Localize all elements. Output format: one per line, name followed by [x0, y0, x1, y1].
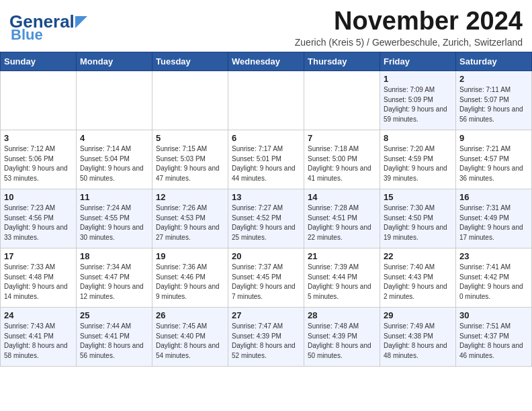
day-info: Sunrise: 7:47 AMSunset: 4:39 PMDaylight:…	[232, 322, 300, 361]
table-row: 23Sunrise: 7:41 AMSunset: 4:42 PMDayligh…	[456, 248, 532, 308]
day-number: 21	[308, 251, 376, 261]
table-row: 1Sunrise: 7:09 AMSunset: 5:09 PMDaylight…	[380, 71, 456, 130]
day-info: Sunrise: 7:49 AMSunset: 4:38 PMDaylight:…	[384, 322, 452, 361]
header-thursday: Thursday	[304, 52, 380, 71]
table-row: 29Sunrise: 7:49 AMSunset: 4:38 PMDayligh…	[380, 308, 456, 367]
table-row: 21Sunrise: 7:39 AMSunset: 4:44 PMDayligh…	[304, 248, 380, 308]
day-number: 2	[459, 74, 528, 84]
day-info: Sunrise: 7:45 AMSunset: 4:40 PMDaylight:…	[156, 322, 224, 361]
day-info: Sunrise: 7:34 AMSunset: 4:47 PMDaylight:…	[80, 263, 148, 302]
table-row: 25Sunrise: 7:44 AMSunset: 4:41 PMDayligh…	[77, 308, 152, 367]
day-info: Sunrise: 7:11 AMSunset: 5:07 PMDaylight:…	[459, 85, 528, 124]
table-row: 14Sunrise: 7:28 AMSunset: 4:51 PMDayligh…	[304, 189, 380, 248]
table-row: 7Sunrise: 7:18 AMSunset: 5:00 PMDaylight…	[304, 130, 380, 189]
day-info: Sunrise: 7:23 AMSunset: 4:56 PMDaylight:…	[4, 203, 73, 242]
day-number: 12	[156, 192, 224, 202]
day-number: 13	[232, 192, 300, 202]
day-number: 5	[156, 133, 224, 143]
table-row	[304, 71, 380, 130]
day-number: 4	[80, 133, 148, 143]
calendar-week-row: 24Sunrise: 7:43 AMSunset: 4:41 PMDayligh…	[1, 308, 532, 367]
table-row: 15Sunrise: 7:30 AMSunset: 4:50 PMDayligh…	[380, 189, 456, 248]
day-info: Sunrise: 7:48 AMSunset: 4:39 PMDaylight:…	[308, 322, 376, 361]
table-row: 4Sunrise: 7:14 AMSunset: 5:04 PMDaylight…	[77, 130, 152, 189]
svg-marker-0	[75, 16, 87, 28]
day-number: 1	[384, 74, 452, 84]
day-info: Sunrise: 7:09 AMSunset: 5:09 PMDaylight:…	[384, 85, 452, 124]
day-info: Sunrise: 7:17 AMSunset: 5:01 PMDaylight:…	[232, 144, 300, 183]
table-row: 28Sunrise: 7:48 AMSunset: 4:39 PMDayligh…	[304, 308, 380, 367]
table-row: 11Sunrise: 7:24 AMSunset: 4:55 PMDayligh…	[77, 189, 152, 248]
day-info: Sunrise: 7:26 AMSunset: 4:53 PMDaylight:…	[156, 203, 224, 242]
day-number: 24	[4, 310, 73, 320]
day-info: Sunrise: 7:15 AMSunset: 5:03 PMDaylight:…	[156, 144, 224, 183]
calendar-week-row: 1Sunrise: 7:09 AMSunset: 5:09 PMDaylight…	[1, 71, 532, 130]
day-info: Sunrise: 7:21 AMSunset: 4:57 PMDaylight:…	[459, 144, 528, 183]
table-row: 24Sunrise: 7:43 AMSunset: 4:41 PMDayligh…	[1, 308, 77, 367]
day-info: Sunrise: 7:39 AMSunset: 4:44 PMDaylight:…	[308, 263, 376, 302]
day-number: 14	[308, 192, 376, 202]
header-monday: Monday	[77, 52, 152, 71]
calendar-week-row: 10Sunrise: 7:23 AMSunset: 4:56 PMDayligh…	[1, 189, 532, 248]
day-info: Sunrise: 7:37 AMSunset: 4:45 PMDaylight:…	[232, 263, 300, 302]
day-info: Sunrise: 7:31 AMSunset: 4:49 PMDaylight:…	[459, 203, 528, 242]
table-row: 27Sunrise: 7:47 AMSunset: 4:39 PMDayligh…	[228, 308, 304, 367]
table-row: 10Sunrise: 7:23 AMSunset: 4:56 PMDayligh…	[1, 189, 77, 248]
logo-flag-icon	[75, 16, 87, 28]
day-number: 27	[232, 310, 300, 320]
table-row: 16Sunrise: 7:31 AMSunset: 4:49 PMDayligh…	[456, 189, 532, 248]
table-row: 19Sunrise: 7:36 AMSunset: 4:46 PMDayligh…	[152, 248, 228, 308]
table-row: 20Sunrise: 7:37 AMSunset: 4:45 PMDayligh…	[228, 248, 304, 308]
day-number: 19	[156, 251, 224, 261]
table-row: 9Sunrise: 7:21 AMSunset: 4:57 PMDaylight…	[456, 130, 532, 189]
header-tuesday: Tuesday	[152, 52, 228, 71]
day-info: Sunrise: 7:27 AMSunset: 4:52 PMDaylight:…	[232, 203, 300, 242]
day-number: 29	[384, 310, 452, 320]
title-section: November 2024 Zuerich (Kreis 5) / Gewerb…	[295, 7, 523, 48]
day-number: 15	[384, 192, 452, 202]
table-row: 22Sunrise: 7:40 AMSunset: 4:43 PMDayligh…	[380, 248, 456, 308]
logo-blue: Blue	[11, 28, 87, 42]
table-row: 18Sunrise: 7:34 AMSunset: 4:47 PMDayligh…	[77, 248, 152, 308]
day-number: 17	[4, 251, 73, 261]
day-number: 23	[459, 251, 528, 261]
day-info: Sunrise: 7:41 AMSunset: 4:42 PMDaylight:…	[459, 263, 528, 302]
table-row: 30Sunrise: 7:51 AMSunset: 4:37 PMDayligh…	[456, 308, 532, 367]
table-row: 6Sunrise: 7:17 AMSunset: 5:01 PMDaylight…	[228, 130, 304, 189]
header-saturday: Saturday	[456, 52, 532, 71]
table-row: 13Sunrise: 7:27 AMSunset: 4:52 PMDayligh…	[228, 189, 304, 248]
day-number: 16	[459, 192, 528, 202]
day-number: 25	[80, 310, 148, 320]
day-number: 20	[232, 251, 300, 261]
day-number: 11	[80, 192, 148, 202]
header-friday: Friday	[380, 52, 456, 71]
day-info: Sunrise: 7:33 AMSunset: 4:48 PMDaylight:…	[4, 263, 73, 302]
day-info: Sunrise: 7:40 AMSunset: 4:43 PMDaylight:…	[384, 263, 452, 302]
day-number: 26	[156, 310, 224, 320]
calendar-week-row: 17Sunrise: 7:33 AMSunset: 4:48 PMDayligh…	[1, 248, 532, 308]
table-row: 12Sunrise: 7:26 AMSunset: 4:53 PMDayligh…	[152, 189, 228, 248]
day-info: Sunrise: 7:12 AMSunset: 5:06 PMDaylight:…	[4, 144, 73, 183]
day-info: Sunrise: 7:18 AMSunset: 5:00 PMDaylight:…	[308, 144, 376, 183]
day-info: Sunrise: 7:36 AMSunset: 4:46 PMDaylight:…	[156, 263, 224, 302]
day-info: Sunrise: 7:51 AMSunset: 4:37 PMDaylight:…	[459, 322, 528, 361]
table-row: 8Sunrise: 7:20 AMSunset: 4:59 PMDaylight…	[380, 130, 456, 189]
day-number: 7	[308, 133, 376, 143]
header-wednesday: Wednesday	[228, 52, 304, 71]
day-number: 6	[232, 133, 300, 143]
day-number: 8	[384, 133, 452, 143]
day-number: 10	[4, 192, 73, 202]
day-info: Sunrise: 7:24 AMSunset: 4:55 PMDaylight:…	[80, 203, 148, 242]
table-row: 26Sunrise: 7:45 AMSunset: 4:40 PMDayligh…	[152, 308, 228, 367]
table-row	[152, 71, 228, 130]
day-info: Sunrise: 7:44 AMSunset: 4:41 PMDaylight:…	[80, 322, 148, 361]
table-row: 17Sunrise: 7:33 AMSunset: 4:48 PMDayligh…	[1, 248, 77, 308]
table-row	[1, 71, 77, 130]
day-info: Sunrise: 7:43 AMSunset: 4:41 PMDaylight:…	[4, 322, 73, 361]
day-number: 30	[459, 310, 528, 320]
day-info: Sunrise: 7:28 AMSunset: 4:51 PMDaylight:…	[308, 203, 376, 242]
table-row: 5Sunrise: 7:15 AMSunset: 5:03 PMDaylight…	[152, 130, 228, 189]
day-number: 18	[80, 251, 148, 261]
day-info: Sunrise: 7:30 AMSunset: 4:50 PMDaylight:…	[384, 203, 452, 242]
main-title: November 2024	[295, 7, 523, 36]
